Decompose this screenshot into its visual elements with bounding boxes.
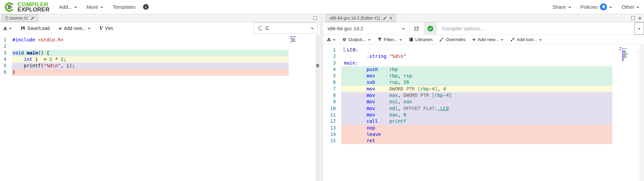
source-overview-ruler[interactable] — [316, 34, 320, 181]
chevron-down-icon — [399, 39, 402, 41]
save-load-button[interactable]: Save/Load — [21, 26, 50, 31]
nav-more-label: More — [86, 4, 98, 10]
line-content: .string "%d\n" — [341, 53, 612, 60]
overrides-button[interactable]: Overrides — [439, 37, 466, 42]
assembly-line: 14 leave — [323, 131, 639, 138]
tab-title: x86-64 gcc 14.2 (Editor #1) — [329, 16, 380, 21]
scrollbar-thumb[interactable] — [316, 64, 319, 67]
check-circle-icon — [427, 26, 433, 32]
info-icon[interactable]: i — [143, 4, 149, 10]
wrench-icon — [439, 37, 444, 42]
line-content: #include <stdio.h> — [12, 37, 289, 43]
plus-icon: + — [472, 37, 475, 42]
line-content: push rbp — [341, 66, 612, 73]
font-size-label: A — [3, 26, 7, 31]
assembly-line: 1.LC0: — [323, 47, 639, 53]
compile-status[interactable] — [424, 22, 437, 35]
top-navbar: COMPILER EXPLORER Add... More Templates … — [0, 0, 644, 14]
source-code-editor[interactable]: 1#include <stdio.h>23void main() {4 int … — [0, 34, 316, 181]
line-content: printf("%d\n", i); — [12, 63, 289, 69]
chevron-down-icon — [9, 28, 12, 29]
logo-text: COMPILER EXPLORER — [17, 2, 49, 12]
assembly-line: 11 mov eax, 0 — [323, 112, 639, 118]
line-number: 3 — [0, 50, 12, 56]
libraries-button[interactable]: Libraries — [409, 37, 433, 42]
assembly-line: 7 mov DWORD PTR [rbp-4], 4 — [323, 86, 639, 92]
output-menu[interactable]: Output... — [342, 37, 371, 42]
tab-compiler[interactable]: x86-64 gcc 14.2 (Editor #1) × — [326, 14, 396, 22]
source-code-line: 1#include <stdio.h> — [0, 37, 316, 43]
nav-more-menu[interactable]: More — [86, 4, 103, 10]
line-content: void main() { — [12, 50, 289, 56]
line-number: 9 — [323, 99, 341, 105]
chevron-down-icon — [609, 7, 612, 8]
nav-share-label: Share — [552, 4, 566, 10]
nav-policies-menu[interactable]: Policies — [580, 3, 612, 10]
line-content: } — [12, 69, 289, 75]
source-pane-header: C source #1 — [0, 14, 320, 22]
assembly-line: 6 sub rsp, 16 — [323, 79, 639, 85]
assembly-scroll-area[interactable] — [639, 44, 644, 181]
line-number: 6 — [0, 69, 12, 75]
assembly-line: 5 mov rbp, rsp — [323, 73, 639, 79]
gear-logo-icon — [3, 1, 15, 13]
nav-add-menu[interactable]: Add... — [59, 4, 77, 10]
source-code-line: 2 — [0, 43, 316, 49]
source-minimap[interactable] — [290, 36, 301, 49]
line-number: 4 — [323, 66, 341, 73]
line-number: 3 — [323, 60, 341, 66]
nav-share-menu[interactable]: Share — [552, 4, 571, 10]
assembly-output-editor[interactable]: 1.LC0:2 .string "%d\n"3main:4 push rbp5 … — [323, 44, 639, 181]
chevron-down-icon — [637, 7, 639, 8]
assembly-line: 4 push rbp — [323, 66, 639, 73]
nav-other-menu[interactable]: Other — [621, 4, 639, 10]
tab-c-source[interactable]: C source #1 — [2, 14, 38, 22]
compiler-explorer-logo[interactable]: COMPILER EXPLORER — [3, 1, 49, 13]
nav-other-label: Other — [621, 4, 634, 10]
source-toolbar: A Save/Load + Add new... V Vim C C — [0, 22, 320, 34]
maximize-pane-icon[interactable] — [313, 16, 317, 20]
vim-toggle-button[interactable]: V Vim — [99, 25, 113, 31]
line-content: mov edi, OFFSET FLAT:.LC0 — [341, 105, 612, 112]
brush-icon — [510, 37, 514, 42]
line-content — [12, 43, 289, 49]
maximize-pane-icon[interactable] — [631, 16, 635, 20]
line-number: 14 — [323, 131, 341, 138]
assembly-line: 12 call printf — [323, 118, 639, 124]
rename-pencil-icon[interactable] — [31, 16, 35, 20]
nav-templates[interactable]: Templates — [113, 4, 136, 10]
nav-add-label: Add... — [59, 4, 72, 10]
add-tool-menu[interactable]: Add tool... — [510, 37, 542, 42]
line-content: leave — [341, 131, 612, 138]
vim-label: Vim — [105, 26, 113, 31]
chevron-down-icon — [368, 39, 371, 41]
open-new-window-button[interactable] — [409, 22, 424, 35]
compiler-row: x86-64 gcc 14.2 — [323, 22, 644, 35]
line-number: 8 — [323, 92, 341, 99]
line-content: int i = 2 * 2; — [12, 56, 289, 63]
line-content: main: — [341, 60, 612, 66]
rename-pencil-icon[interactable] — [383, 16, 387, 20]
chevron-down-icon — [568, 7, 571, 8]
source-code-line: 4 int i = 2 * 2; — [0, 56, 316, 63]
main-layout: C source #1 A Save/Load + — [0, 14, 644, 181]
filter-menu[interactable]: Filter... — [378, 37, 402, 42]
language-value: C — [265, 25, 269, 31]
font-size-button[interactable]: A — [327, 37, 335, 42]
add-new-label: Add new... — [477, 37, 499, 42]
assembly-minimap[interactable] — [619, 47, 632, 61]
close-tab-icon[interactable]: × — [390, 16, 392, 20]
add-new-menu[interactable]: + Add new... — [472, 37, 503, 42]
assembly-line: 15 ret — [323, 138, 639, 144]
chevron-down-icon — [311, 28, 314, 29]
compiler-options-input[interactable] — [437, 22, 635, 35]
pane-splitter[interactable] — [320, 14, 323, 181]
options-dropdown-button[interactable] — [635, 22, 644, 35]
language-select[interactable]: C C — [254, 23, 318, 34]
save-load-label: Save/Load — [27, 26, 50, 31]
close-pane-icon[interactable]: × — [638, 15, 641, 21]
add-new-button[interactable]: + Add new... — [59, 26, 91, 31]
font-size-button[interactable]: A — [3, 26, 12, 31]
line-content: mov esi, eax — [341, 99, 612, 105]
compiler-select[interactable]: x86-64 gcc 14.2 — [323, 22, 409, 35]
